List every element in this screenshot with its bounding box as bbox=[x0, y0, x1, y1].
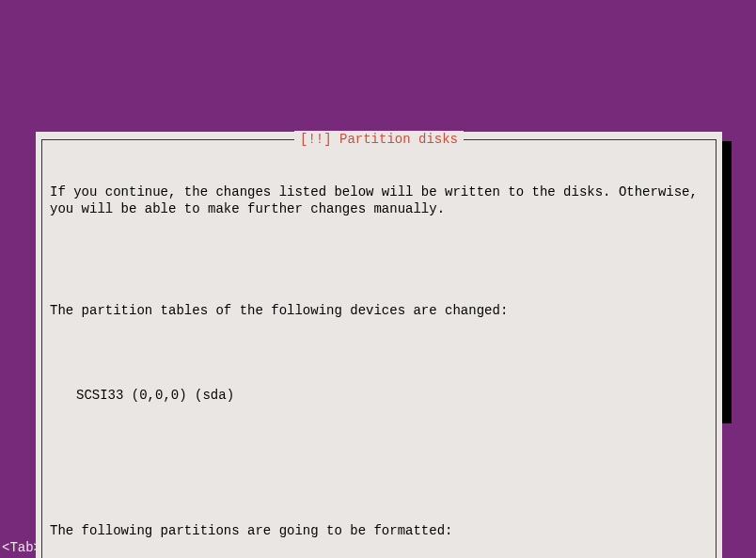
intro-text: If you continue, the changes listed belo… bbox=[50, 183, 708, 217]
dialog-title: [!!] Partition disks bbox=[294, 131, 464, 148]
spacer bbox=[50, 471, 708, 488]
help-bar: <Tab> moves; <Space> selects; <Enter> ac… bbox=[2, 539, 436, 556]
dialog-content: If you continue, the changes listed belo… bbox=[50, 150, 708, 558]
table-entry: SCSI33 (0,0,0) (sda) bbox=[76, 387, 708, 404]
tables-list: SCSI33 (0,0,0) (sda) bbox=[50, 353, 708, 438]
format-heading: The following partitions are going to be… bbox=[50, 522, 708, 539]
dialog: [!!] Partition disks If you continue, th… bbox=[36, 132, 722, 558]
dialog-inner: [!!] Partition disks If you continue, th… bbox=[41, 139, 717, 558]
spacer bbox=[50, 251, 708, 268]
tables-heading: The partition tables of the following de… bbox=[50, 302, 708, 319]
